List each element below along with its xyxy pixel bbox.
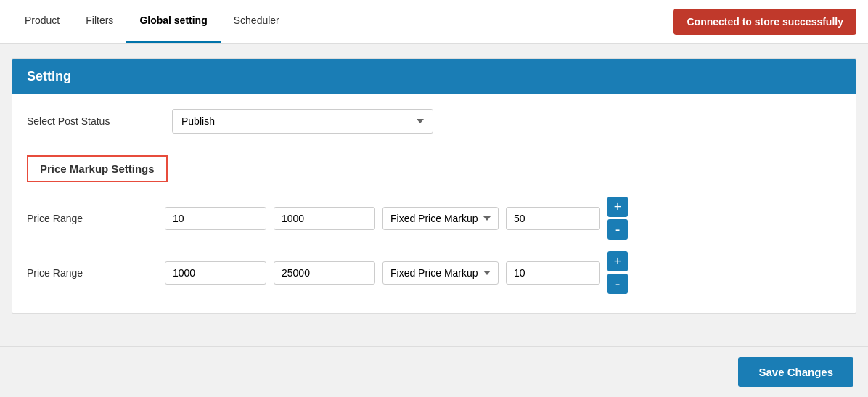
remove-row-button-2[interactable]: - [607,274,628,294]
remove-row-button-1[interactable]: - [607,219,628,240]
post-status-row: Select Post Status Publish Draft Pending [27,109,841,134]
price-range-to-1[interactable] [274,207,375,230]
markup-value-1[interactable] [506,207,600,230]
price-range-from-1[interactable] [165,207,266,230]
btn-group-2: + - [607,251,628,294]
tab-scheduler[interactable]: Scheduler [221,0,292,43]
card-header: Setting [12,59,856,94]
tab-product[interactable]: Product [12,0,73,43]
nav-tabs: Product Filters Global setting Scheduler [12,0,292,43]
markup-type-select-2[interactable]: Fixed Price Markup Percentage Markup [382,261,499,285]
page-wrapper: Product Filters Global setting Scheduler… [0,0,868,397]
price-range-row-2: Price Range Fixed Price Markup Percentag… [27,251,841,294]
price-range-from-2[interactable] [165,261,266,285]
main-content: Setting Select Post Status Publish Draft… [0,44,868,346]
add-row-button-1[interactable]: + [607,197,628,217]
price-range-label-1: Price Range [27,213,157,224]
price-markup-section-title: Price Markup Settings [40,163,155,175]
post-status-label: Select Post Status [27,115,172,127]
btn-group-1: + - [607,197,628,240]
settings-card: Setting Select Post Status Publish Draft… [12,58,856,314]
save-changes-button[interactable]: Save Changes [738,357,853,387]
price-markup-section-box: Price Markup Settings [27,155,168,182]
markup-value-2[interactable] [506,261,600,285]
markup-type-select-1[interactable]: Fixed Price Markup Percentage Markup [382,207,499,230]
connected-badge: Connected to store successfully [673,9,856,35]
tab-global-setting[interactable]: Global setting [126,0,220,43]
price-range-row-1: Price Range Fixed Price Markup Percentag… [27,197,841,240]
tab-filters[interactable]: Filters [73,0,126,43]
top-nav: Product Filters Global setting Scheduler… [0,0,868,44]
price-range-label-2: Price Range [27,267,157,279]
price-range-to-2[interactable] [274,261,375,285]
post-status-select[interactable]: Publish Draft Pending [172,109,433,134]
page-footer: Save Changes [0,346,868,397]
add-row-button-2[interactable]: + [607,251,628,271]
card-body: Select Post Status Publish Draft Pending… [12,94,856,313]
